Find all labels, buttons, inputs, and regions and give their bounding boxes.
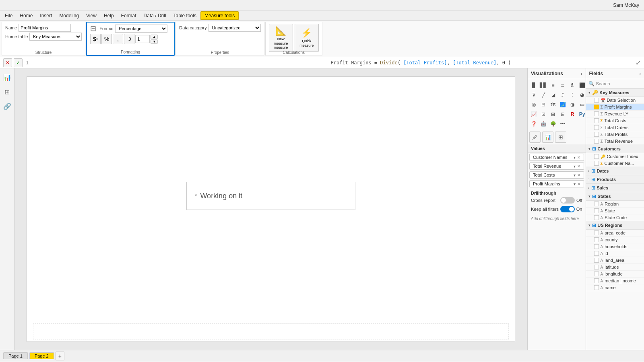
comma-button[interactable]: , (113, 34, 123, 44)
viz-expand-icon[interactable]: › (581, 72, 582, 76)
viz-gauge[interactable]: ◑ (568, 100, 577, 109)
menu-modeling[interactable]: Modeling (56, 12, 82, 19)
viz-card[interactable]: ▭ (578, 100, 586, 109)
county-checkbox[interactable] (594, 237, 599, 242)
field-group-customers-header[interactable]: ▾ ⊞ Customers (586, 145, 644, 153)
stepper-down[interactable]: ▼ (151, 39, 158, 44)
page-tab-1[interactable]: Page 1 (3, 352, 28, 359)
viz-donut[interactable]: ◎ (529, 100, 538, 109)
fields-search-input[interactable] (596, 81, 644, 86)
field-item-revenue-ly[interactable]: Σ Revenue LY (586, 111, 644, 117)
viz-format-btn[interactable]: 🖊 (529, 132, 541, 143)
total-revenue-checkbox[interactable] (594, 139, 599, 144)
viz-clustered-bar-h[interactable]: ≣ (558, 81, 567, 90)
quick-measure-button[interactable]: ⚡ Quickmeasure (295, 24, 319, 52)
longitude-checkbox[interactable] (594, 272, 599, 276)
total-orders-checkbox[interactable] (594, 125, 599, 130)
profit-margins-checkbox[interactable] (594, 105, 599, 109)
menu-table-tools[interactable]: Table tools (170, 12, 200, 19)
field-remove-icon[interactable]: ✕ (577, 173, 580, 177)
decimal-places-input[interactable] (135, 35, 150, 43)
field-item-total-profits[interactable]: Σ Total Profits (586, 131, 644, 138)
region-checkbox[interactable] (594, 202, 599, 206)
viz-pie[interactable]: ◕ (578, 90, 586, 99)
field-item-customer-index[interactable]: 🔑 Customer Index (586, 153, 644, 160)
viz-qna[interactable]: ❓ (529, 119, 538, 128)
field-item-id[interactable]: A id (586, 250, 644, 257)
land-area-checkbox[interactable] (594, 258, 599, 263)
field-dropdown-icon[interactable]: ▾ (574, 182, 576, 186)
field-item-area-code[interactable]: A area_code (586, 230, 644, 237)
customer-name-checkbox[interactable] (594, 161, 599, 166)
median-income-checkbox[interactable] (594, 278, 599, 283)
field-item-median-income[interactable]: A median_income (586, 278, 644, 284)
viz-py[interactable]: Py (578, 110, 586, 119)
decimal-button[interactable]: .0 (124, 34, 134, 44)
viz-ai[interactable]: 🤖 (539, 119, 548, 128)
stepper-up[interactable]: ▲ (151, 35, 158, 39)
ribbon-format-select[interactable]: Percentage Currency Whole number Decimal… (115, 25, 167, 33)
total-costs-checkbox[interactable] (594, 118, 599, 123)
field-item-state[interactable]: A State (586, 208, 644, 214)
percent-button[interactable]: % (101, 34, 112, 44)
viz-kpi[interactable]: 📈 (529, 110, 538, 119)
fields-expand-icon[interactable]: › (640, 72, 641, 76)
viz-line[interactable]: ╱ (539, 90, 548, 99)
menu-data-drill[interactable]: Data / Drill (140, 12, 169, 19)
field-item-profit-margins[interactable]: Σ Profit Margins (586, 104, 644, 111)
field-item-latitude[interactable]: A latitude (586, 264, 644, 271)
viz-ribbon[interactable]: 🎗 (568, 81, 577, 90)
viz-filled-map[interactable]: 🗾 (558, 100, 567, 109)
field-remove-icon[interactable]: ✕ (577, 182, 580, 186)
households-checkbox[interactable] (594, 244, 599, 249)
field-item-customer-name[interactable]: Σ Customer Na... (586, 160, 644, 167)
field-remove-icon[interactable]: ✕ (577, 164, 580, 169)
name-checkbox[interactable] (594, 285, 599, 290)
ribbon-hometable-select[interactable]: Key Measures (29, 33, 82, 41)
viz-r[interactable]: R (568, 110, 577, 119)
viz-stacked-bar[interactable]: ▊ (529, 81, 538, 90)
field-item-region[interactable]: A Region (586, 201, 644, 208)
state-code-checkbox[interactable] (594, 215, 599, 220)
menu-insert[interactable]: Insert (37, 12, 55, 19)
field-group-dates-header[interactable]: › ⊞ Dates (586, 167, 644, 175)
revenue-ly-checkbox[interactable] (594, 111, 599, 116)
field-item-longitude[interactable]: A longitude (586, 271, 644, 278)
customer-index-checkbox[interactable] (594, 154, 599, 159)
field-item-total-revenue[interactable]: Σ Total Revenue (586, 138, 644, 145)
viz-decomp[interactable]: 🌳 (549, 119, 557, 128)
field-group-key-measures-header[interactable]: ▾ 🔑 Key Measures (586, 88, 644, 97)
sidebar-data-icon[interactable]: ⊞ (2, 86, 13, 97)
viz-line-cluster[interactable]: ⤴ (558, 90, 567, 99)
viz-clustered-bar[interactable]: ▋▋ (539, 81, 548, 90)
formula-cancel-button[interactable]: ✕ (3, 58, 12, 67)
field-group-states-header[interactable]: ▾ ⊞ States (586, 192, 644, 201)
viz-fields-btn[interactable]: ⊞ (555, 132, 566, 143)
formula-confirm-button[interactable]: ✓ (14, 58, 23, 67)
formula-expand-button[interactable]: ⤢ (636, 59, 641, 66)
keep-filters-toggle-track[interactable] (560, 206, 575, 212)
cross-report-toggle[interactable]: Off (560, 197, 582, 204)
field-item-date-selection[interactable]: 📅 Date Selection (586, 97, 644, 104)
field-item-county[interactable]: A county (586, 237, 644, 243)
viz-analytics-btn[interactable]: 📊 (542, 132, 553, 143)
date-selection-checkbox[interactable] (594, 98, 599, 103)
viz-stacked-bar-h[interactable]: ≡ (549, 81, 557, 90)
field-dropdown-icon[interactable]: ▾ (574, 164, 576, 169)
cross-report-toggle-track[interactable] (560, 197, 575, 204)
viz-area[interactable]: ◢ (549, 90, 557, 99)
keep-all-filters-toggle[interactable]: On (560, 206, 582, 212)
viz-matrix[interactable]: ⊟ (558, 110, 567, 119)
sidebar-model-icon[interactable]: 🔗 (2, 101, 13, 112)
field-item-households[interactable]: A households (586, 243, 644, 250)
new-measure-button[interactable]: 📐 Newmeasuremeasure (269, 24, 293, 52)
field-item-state-code[interactable]: A State Code (586, 214, 644, 221)
state-checkbox[interactable] (594, 208, 599, 213)
viz-table[interactable]: ⊞ (549, 110, 557, 119)
menu-format[interactable]: Format (118, 12, 140, 19)
field-item-total-costs[interactable]: Σ Total Costs (586, 117, 644, 124)
field-group-products-header[interactable]: › ⊞ Products (586, 175, 644, 184)
menu-measure-tools[interactable]: Measure tools (200, 11, 239, 20)
sidebar-report-icon[interactable]: 📊 (2, 72, 13, 83)
id-checkbox[interactable] (594, 251, 599, 256)
